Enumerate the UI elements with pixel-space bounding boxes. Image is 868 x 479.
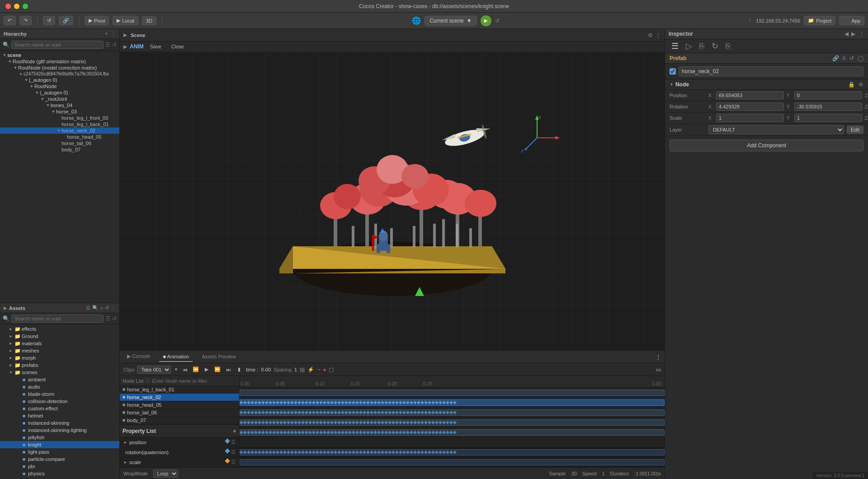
scene-menu-icon[interactable]: ⋮: [656, 32, 661, 38]
node-name-input[interactable]: [679, 66, 863, 76]
asset-item-ground[interactable]: ► 📁 Ground: [0, 333, 119, 340]
stop-button[interactable]: ▮: [235, 366, 243, 374]
project-button[interactable]: 📁 Project: [804, 16, 835, 25]
tab-inspector-main[interactable]: ☰: [669, 40, 681, 52]
refresh-button[interactable]: ↺: [43, 16, 55, 25]
play-button[interactable]: ▶: [481, 15, 491, 26]
layer-select[interactable]: DEFAULT: [708, 125, 844, 134]
tab-assets-preview[interactable]: Assets Preview: [198, 352, 239, 362]
tab-animation[interactable]: ■ Animation: [159, 352, 193, 362]
property-row-scale[interactable]: ► scale ☰: [120, 457, 239, 467]
asset-item-knight[interactable]: ■ knight: [0, 441, 119, 448]
node-row-horse-neck[interactable]: horse_neck_02: [120, 394, 239, 401]
local-button[interactable]: ▶ Local: [113, 16, 138, 25]
node-lock-icon[interactable]: 🔒: [848, 81, 855, 88]
clips-select[interactable]: Take 001: [137, 366, 171, 374]
node-row-horse-head[interactable]: horse_head_05: [120, 401, 239, 409]
asset-item-meshes[interactable]: ► 📁 meshes: [0, 347, 119, 354]
asset-item-custom-effect[interactable]: ■ custom-effect: [0, 405, 119, 412]
wrapmode-select[interactable]: Loop: [153, 470, 178, 478]
layer-edit-button[interactable]: Edit: [847, 126, 863, 134]
tab-console[interactable]: ▶ Console: [123, 352, 154, 362]
asset-item-collision-detection[interactable]: ■ collision-detection: [0, 398, 119, 405]
hierarchy-item-horse-tail[interactable]: horse_tail_06: [0, 140, 119, 146]
redo-button[interactable]: ↷: [19, 16, 32, 25]
assets-refresh-icon[interactable]: ↺: [105, 305, 109, 311]
assets-refresh-btn[interactable]: ↺: [112, 315, 117, 322]
keyframe-grid-icon[interactable]: ▤: [300, 366, 305, 373]
undo-button[interactable]: ↶: [4, 16, 16, 25]
hierarchy-item-scene[interactable]: ▼ scene: [0, 52, 119, 58]
hierarchy-refresh-icon[interactable]: ↺: [112, 42, 117, 48]
link-button[interactable]: 🔗: [59, 16, 73, 25]
tab-inspector-alt4[interactable]: ⎘: [723, 41, 733, 52]
hierarchy-item-body07[interactable]: body_07: [0, 146, 119, 153]
asset-item-audio[interactable]: ■ audio: [0, 383, 119, 390]
asset-item-effects[interactable]: ► 📁 effects: [0, 325, 119, 333]
node-row-horse-leg-back[interactable]: horse_leg_l_back_01: [120, 386, 239, 394]
hierarchy-item-horse03[interactable]: ▼ horse_03: [0, 108, 119, 115]
assets-menu-icon[interactable]: ⋮: [111, 305, 116, 311]
rotation-y-input[interactable]: [794, 103, 862, 111]
assets-filter-btn[interactable]: ☰: [105, 315, 110, 322]
anim-save-button[interactable]: Save: [146, 43, 165, 50]
app-button[interactable]: ◾ App: [839, 16, 864, 25]
record-icon[interactable]: ●: [323, 366, 326, 373]
tab-inspector-alt3[interactable]: ↻: [709, 40, 721, 52]
rotation-x-input[interactable]: [716, 103, 784, 111]
anim-panel-menu[interactable]: ⋮: [656, 354, 661, 360]
hierarchy-item-horse-neck[interactable]: ▼ horse_neck_02: [0, 127, 119, 134]
curve-icon[interactable]: ~: [317, 366, 320, 373]
property-row-position[interactable]: ► position ☰: [120, 437, 239, 447]
asset-item-shadertoy[interactable]: ■ shadertoy: [0, 477, 119, 479]
node-row-body07[interactable]: body_07: [120, 417, 239, 424]
asset-item-helmet[interactable]: ■ helmet: [0, 412, 119, 419]
hierarchy-item-rootjoint[interactable]: ▼ _rootJoint: [0, 96, 119, 102]
anim-close-button[interactable]: Close: [168, 43, 188, 50]
play-anim-button[interactable]: ▶: [203, 366, 211, 374]
assets-filter-icon[interactable]: ☰: [86, 305, 90, 311]
scale-keyframe-icon[interactable]: [225, 458, 230, 463]
position-x-input[interactable]: [716, 91, 784, 99]
prefab-icon2[interactable]: ⎘: [843, 55, 846, 61]
hierarchy-item-rootnode[interactable]: ▼ RootNode: [0, 83, 119, 89]
node-list-filter-input[interactable]: [152, 378, 236, 384]
position-keyframe-icon[interactable]: [225, 438, 230, 443]
asset-item-instanced-skinning-lighting[interactable]: ■ instanced-skinning-lighting: [0, 427, 119, 434]
node-row-horse-tail[interactable]: horse_tail_06: [120, 409, 239, 417]
scale-y-input[interactable]: [794, 114, 862, 122]
current-scene-button[interactable]: Current scene ▼: [425, 16, 476, 26]
asset-item-light-pass[interactable]: ■ light-pass: [0, 448, 119, 456]
scale-x-input[interactable]: [716, 114, 784, 122]
inspector-menu-icon[interactable]: ⋮: [859, 31, 864, 37]
asset-item-jellyfish[interactable]: ■ jellyfish: [0, 434, 119, 441]
property-add-button[interactable]: +: [233, 427, 236, 435]
skip-end-button[interactable]: ⏭: [224, 366, 232, 374]
scale-menu-icon[interactable]: ☰: [231, 459, 236, 465]
hierarchy-item-horse-head[interactable]: horse_head_05: [0, 134, 119, 140]
3d-button[interactable]: 3D: [142, 16, 156, 25]
hierarchy-item-autogen0[interactable]: ▼ (_autogen 0): [0, 77, 119, 83]
close-button[interactable]: [5, 4, 11, 9]
minimize-button[interactable]: [14, 4, 19, 9]
tab-inspector-alt1[interactable]: ▷: [683, 40, 695, 52]
hierarchy-filter-icon[interactable]: ☰: [105, 42, 110, 48]
pivot-button[interactable]: ▶ Pivot: [85, 16, 109, 25]
tab-inspector-alt2[interactable]: ⎘: [697, 41, 707, 52]
add-component-button[interactable]: Add Component: [670, 140, 863, 151]
asset-item-pbr[interactable]: ■ pbr: [0, 463, 119, 470]
asset-item-physics[interactable]: ■ physics: [0, 470, 119, 477]
asset-item-prefabs[interactable]: ► 📁 prefabs: [0, 362, 119, 369]
skip-start-button[interactable]: ⏮: [181, 366, 189, 374]
node-section-header[interactable]: ▼ Node 🔒 ⚙: [665, 79, 868, 90]
asset-item-materials[interactable]: ► 📁 materials: [0, 340, 119, 347]
hierarchy-menu-icon[interactable]: ⋮: [111, 31, 116, 37]
hierarchy-item-bones04[interactable]: ▼ bones_04: [0, 102, 119, 108]
hierarchy-item-fbx[interactable]: ▼ c2475420cd6847fe9bd9c7a79c391504.fbx: [0, 71, 119, 77]
asset-item-instanced-skinning[interactable]: ■ instanced-skinning: [0, 419, 119, 427]
property-row-rotation[interactable]: rotation(quaternion) ☰: [120, 447, 239, 457]
position-y-input[interactable]: [794, 91, 862, 99]
assets-search-input[interactable]: [11, 315, 104, 323]
assets-add-icon[interactable]: +: [100, 305, 103, 311]
asset-item-ambient[interactable]: ■ ambient: [0, 376, 119, 383]
